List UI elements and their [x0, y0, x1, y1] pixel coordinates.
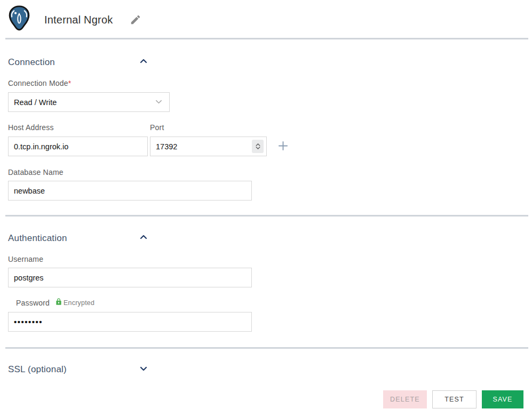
chevron-down-icon [139, 364, 148, 375]
port-stepper[interactable] [252, 140, 264, 153]
database-connection-form: Internal Ngrok Connection Connection Mod… [0, 0, 532, 408]
section-divider [5, 215, 528, 216]
port-label: Port [150, 123, 267, 133]
connection-mode-select[interactable]: Read / Write [8, 92, 170, 112]
required-asterisk: * [68, 79, 72, 87]
section-header-authentication[interactable]: Authentication [8, 232, 148, 245]
username-label: Username [8, 254, 532, 264]
page-title: Internal Ngrok [44, 14, 113, 26]
chevron-up-icon [139, 57, 148, 68]
plus-icon [278, 145, 288, 153]
delete-button[interactable]: DELETE [383, 390, 427, 408]
edit-title-button[interactable] [129, 13, 142, 27]
password-label: Password [16, 298, 50, 308]
authentication-section-title: Authentication [8, 233, 67, 244]
save-button[interactable]: SAVE [482, 390, 523, 408]
test-button[interactable]: TEST [432, 390, 477, 408]
port-input[interactable] [150, 137, 236, 156]
connection-mode-label-text: Connection Mode [8, 79, 68, 87]
form-actions: DELETE TEST SAVE [0, 390, 532, 408]
password-input[interactable] [8, 312, 252, 332]
host-port-row: Host Address Port [0, 123, 532, 156]
port-input-wrap [150, 137, 267, 156]
host-address-label: Host Address [8, 123, 140, 133]
host-address-field: Host Address [0, 123, 140, 156]
database-name-input[interactable] [8, 181, 252, 201]
form-header: Internal Ngrok [0, 0, 532, 38]
add-host-button[interactable] [278, 141, 288, 151]
password-label-row: Password Encrypted [8, 298, 532, 308]
username-input[interactable] [8, 268, 252, 287]
chevron-up-icon [139, 233, 148, 244]
database-name-label: Database Name [8, 167, 532, 178]
connection-section-title: Connection [8, 57, 55, 68]
postgresql-logo-icon [5, 5, 33, 35]
encrypted-badge: Encrypted [55, 298, 94, 309]
header-divider [5, 38, 528, 39]
encrypted-badge-text: Encrypted [63, 298, 94, 308]
connection-mode-label: Connection Mode* [8, 78, 532, 89]
ssl-section-title: SSL (optional) [8, 364, 67, 375]
connection-mode-value: Read / Write [14, 98, 57, 107]
lock-icon [55, 298, 62, 309]
pencil-icon [130, 19, 141, 27]
section-header-connection[interactable]: Connection [8, 56, 148, 69]
port-field: Port [150, 123, 267, 156]
host-address-input[interactable] [8, 137, 148, 156]
section-divider [5, 347, 528, 349]
chevron-down-icon [155, 98, 163, 107]
section-header-ssl[interactable]: SSL (optional) [8, 363, 148, 376]
